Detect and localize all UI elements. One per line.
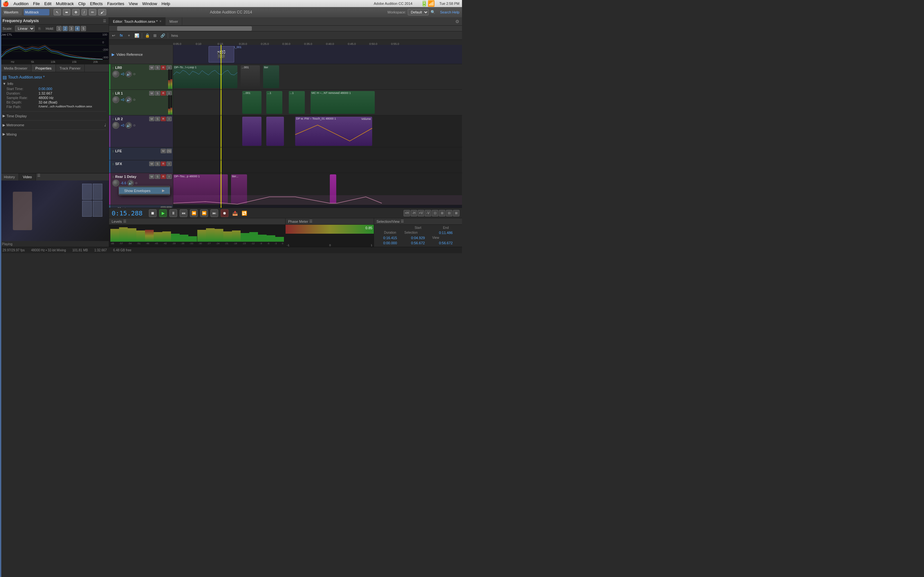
transport-pause[interactable]: ⏸	[170, 210, 177, 217]
solo-btn-rear-delay[interactable]: S	[155, 174, 160, 179]
transport-rewind[interactable]: ⏪	[190, 210, 198, 217]
solo-btn-sfx[interactable]: S	[155, 161, 160, 166]
hold-btn-4[interactable]: 4	[75, 26, 80, 31]
mute-btn-sfx[interactable]: M	[149, 161, 154, 166]
copy-icon[interactable]: ⎘	[39, 27, 41, 31]
tool-select[interactable]: ↖	[53, 9, 61, 15]
mute-btn-lr0[interactable]: M	[149, 65, 154, 70]
waveform-button[interactable]: Waveform	[3, 9, 22, 15]
tab-properties[interactable]: Properties	[31, 64, 55, 72]
tab-history[interactable]: History	[0, 173, 19, 181]
tool-hybrid[interactable]: ✥	[72, 9, 79, 15]
clip-lr0-2[interactable]: ...001	[241, 65, 260, 88]
tool-time[interactable]: ⬌	[63, 9, 70, 15]
rec-btn-lr2[interactable]: R	[161, 117, 166, 121]
rec-btn-sfx[interactable]: R	[161, 161, 166, 166]
transport-rewind-start[interactable]: ⏮	[180, 210, 187, 217]
video-menu-icon[interactable]: ☰	[37, 173, 40, 181]
time-display-header[interactable]: ▶ Time Display	[3, 113, 106, 119]
search-icon[interactable]: 🔍	[431, 10, 435, 15]
sv-sel-start[interactable]: 0:11.486	[432, 231, 459, 235]
solo-btn-lr2[interactable]: S	[155, 117, 160, 121]
rec-btn-lr0[interactable]: R	[161, 65, 166, 70]
solo-btn-lfe[interactable]: (S)	[166, 149, 172, 153]
multitrack-button[interactable]: Multitrack	[24, 9, 49, 15]
clip-lr0-1[interactable]: DP–To...\–Loop 1	[173, 65, 237, 88]
apple-menu[interactable]: 🍎	[3, 1, 9, 7]
menu-view[interactable]: View	[129, 1, 137, 6]
hold-btn-5[interactable]: 5	[81, 26, 86, 31]
sv-view-start[interactable]: 0:00.000	[376, 241, 404, 245]
editor-settings-icon[interactable]: ⚙	[453, 19, 462, 24]
tl-btn-lock[interactable]: 🔒	[144, 32, 150, 39]
hold-btn-2[interactable]: 2	[63, 26, 68, 31]
tl-btn-snap[interactable]: ⊞	[152, 32, 158, 39]
menu-clip[interactable]: Clip	[78, 1, 86, 6]
zoom-out-h[interactable]: -H	[411, 210, 417, 216]
sv-view-duration[interactable]: 0:56.672	[432, 241, 459, 245]
tab-close-editor[interactable]: ×	[160, 19, 162, 23]
mute-btn-lr1[interactable]: M	[149, 91, 154, 95]
knob-rear-delay[interactable]	[112, 179, 120, 187]
menu-audition[interactable]: Audition	[13, 1, 29, 6]
menu-multitrack[interactable]: Multitrack	[56, 1, 74, 6]
zoom-out-v[interactable]: -V	[425, 210, 431, 216]
zoom-all[interactable]: ⊟	[446, 210, 452, 216]
transport-loop[interactable]: 🔁	[242, 211, 247, 216]
video-clip[interactable]: 🎬	[208, 46, 234, 63]
levels-menu-icon[interactable]: ☰	[123, 219, 126, 223]
solo-btn-lr0[interactable]: S	[155, 65, 160, 70]
menu-file[interactable]: File	[33, 1, 40, 6]
clip-lr2-1[interactable]	[242, 117, 262, 146]
tl-btn-chart[interactable]: 📊	[134, 32, 140, 39]
scale-select[interactable]: Linear	[15, 26, 35, 31]
knob-lr2[interactable]	[112, 122, 120, 129]
menu-edit[interactable]: Edit	[44, 1, 51, 6]
clip-lr2-3[interactable]: DP w. PW – Touch_01 48000 1 Volume	[295, 117, 372, 146]
freq-menu-icon[interactable]: ☰	[103, 19, 106, 23]
mute-btn-master[interactable]: M	[161, 206, 166, 208]
rec-btn-lr1[interactable]: R	[161, 91, 166, 95]
speaker-lr0[interactable]: 🔊	[126, 71, 132, 77]
transport-forward-end[interactable]: ⏭	[210, 210, 218, 217]
mute-btn-lfe[interactable]: M	[161, 149, 166, 153]
surround-rear-delay[interactable]: ⊙	[135, 181, 137, 185]
mute-btn-rear-delay[interactable]: M	[149, 174, 154, 179]
tl-btn-sync[interactable]: 🔗	[160, 32, 166, 39]
tool-pencil[interactable]: ✏	[89, 9, 96, 15]
transport-record[interactable]: ⏺	[221, 210, 228, 217]
menu-help[interactable]: Help	[162, 1, 170, 6]
transport-export[interactable]: 📤	[232, 211, 238, 216]
tl-btn-fx[interactable]: fx	[118, 32, 124, 39]
menu-window[interactable]: Window	[142, 1, 157, 6]
solo-btn-lr1[interactable]: S	[155, 91, 160, 95]
workspace-select[interactable]: Default	[408, 9, 429, 15]
selection-view-menu[interactable]: ☰	[401, 219, 404, 223]
mixing-header[interactable]: ▶ Mixing	[3, 131, 106, 137]
info-header[interactable]: ▼ Info	[3, 82, 106, 85]
transport-play[interactable]: ▶	[159, 210, 167, 217]
transport-forward[interactable]: ⏩	[200, 210, 208, 217]
tab-track-panner[interactable]: Track Panner	[56, 64, 85, 72]
clip-lr0-3[interactable]: tter	[263, 65, 279, 88]
metronome-header[interactable]: ▶ Metronome ♩	[3, 122, 106, 128]
input-btn-sfx[interactable]: I	[166, 161, 172, 166]
clip-lr1-4[interactable]: MC H –...NT removed 48000 1	[310, 91, 375, 114]
phase-meter-menu[interactable]: ☰	[309, 219, 312, 223]
search-help[interactable]: Search Help	[440, 10, 459, 14]
scroll-thumb[interactable]	[117, 26, 252, 31]
tool-paint[interactable]: 🖌	[98, 9, 106, 15]
zoom-reset[interactable]: ⊠	[453, 210, 459, 216]
tab-editor[interactable]: Editor: Touch Audition.sesx * ×	[109, 17, 166, 25]
timeline-scroll-bar[interactable]	[109, 26, 462, 31]
zoom-in-h[interactable]: +H	[404, 210, 410, 216]
hold-btn-3[interactable]: 3	[69, 26, 74, 31]
clip-lr2-2[interactable]	[266, 117, 284, 146]
knob-lr0[interactable]	[112, 71, 120, 77]
zoom-fit[interactable]: ⊡	[432, 210, 438, 216]
clip-lr1-2[interactable]: ...1	[266, 91, 282, 114]
zoom-in-v[interactable]: +V	[418, 210, 424, 216]
clip-lr1-3[interactable]: ...1	[289, 91, 305, 114]
zoom-selection[interactable]: ⊞	[439, 210, 445, 216]
track-expand-lr1[interactable]: ↕	[112, 92, 114, 95]
